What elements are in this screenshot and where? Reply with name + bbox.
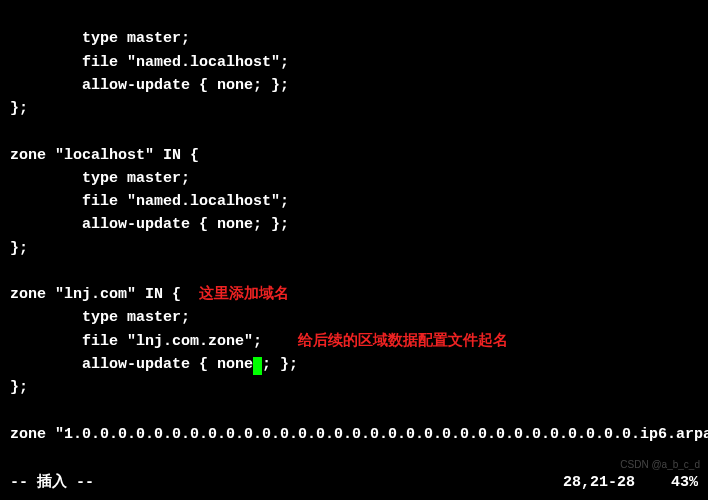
code-line: type master; (10, 170, 190, 187)
code-line: file "named.localhost"; (10, 54, 289, 71)
code-line: file "named.localhost"; (10, 193, 289, 210)
scroll-percent: 43% (671, 471, 698, 494)
vim-status-bar: -- 插入 -- 28,21-28 43% (10, 471, 698, 494)
code-line: type master; (10, 309, 190, 326)
code-line: allow-update { none (10, 356, 253, 373)
cursor-position: 28,21-28 (563, 471, 635, 494)
annotation-domain: 这里添加域名 (181, 286, 289, 303)
code-line: allow-update { none; }; (10, 77, 289, 94)
code-line: }; (10, 100, 28, 117)
code-line: type master; (10, 30, 190, 47)
code-line-tail: ; }; (262, 356, 298, 373)
editor-area[interactable]: type master; file "named.localhost"; all… (10, 4, 698, 446)
code-line: file "lnj.com.zone"; (10, 333, 262, 350)
code-line: }; (10, 379, 28, 396)
code-line: zone "localhost" IN { (10, 147, 199, 164)
code-line: }; (10, 240, 28, 257)
watermark: CSDN @a_b_c_d (620, 457, 700, 473)
code-line: allow-update { none; }; (10, 216, 289, 233)
code-line: zone "1.0.0.0.0.0.0.0.0.0.0.0.0.0.0.0.0.… (10, 426, 708, 443)
code-line: zone "lnj.com" IN { (10, 286, 181, 303)
annotation-zonefile: 给后续的区域数据配置文件起名 (262, 333, 508, 350)
text-cursor (253, 357, 262, 375)
vim-mode: -- 插入 -- (10, 471, 94, 494)
